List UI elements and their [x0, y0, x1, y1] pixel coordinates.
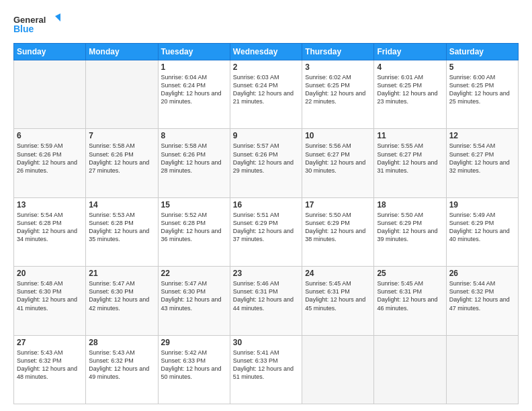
calendar-cell: 4Sunrise: 6:01 AM Sunset: 6:25 PM Daylig…	[374, 60, 446, 129]
calendar-cell: 19Sunrise: 5:49 AM Sunset: 6:29 PM Dayli…	[446, 197, 518, 266]
cell-info: Sunrise: 6:03 AM Sunset: 6:24 PM Dayligh…	[233, 73, 299, 106]
day-number: 1	[161, 62, 227, 72]
calendar-cell: 9Sunrise: 5:57 AM Sunset: 6:26 PM Daylig…	[230, 129, 302, 197]
calendar-cell: 16Sunrise: 5:51 AM Sunset: 6:29 PM Dayli…	[230, 197, 302, 266]
day-number: 2	[233, 62, 299, 72]
cell-info: Sunrise: 5:43 AM Sunset: 6:32 PM Dayligh…	[17, 349, 83, 381]
day-number: 10	[305, 131, 371, 140]
calendar-cell: 2Sunrise: 6:03 AM Sunset: 6:24 PM Daylig…	[230, 60, 302, 129]
header: General Blue	[13, 12, 519, 36]
day-number: 16	[233, 200, 299, 210]
day-number: 3	[305, 62, 371, 72]
day-number: 18	[377, 200, 443, 210]
calendar-cell: 27Sunrise: 5:43 AM Sunset: 6:32 PM Dayli…	[14, 335, 86, 404]
page: General Blue SundayMondayTuesdayWednesda…	[0, 0, 532, 411]
calendar-cell	[374, 335, 446, 404]
cell-info: Sunrise: 5:42 AM Sunset: 6:33 PM Dayligh…	[161, 349, 227, 381]
day-number: 5	[449, 62, 515, 72]
calendar-cell: 14Sunrise: 5:53 AM Sunset: 6:28 PM Dayli…	[86, 197, 158, 266]
cell-info: Sunrise: 5:52 AM Sunset: 6:28 PM Dayligh…	[161, 211, 227, 244]
cell-info: Sunrise: 5:56 AM Sunset: 6:27 PM Dayligh…	[305, 142, 371, 175]
calendar-cell	[14, 60, 86, 129]
cell-info: Sunrise: 5:47 AM Sunset: 6:30 PM Dayligh…	[89, 279, 154, 312]
weekday-header-cell: Tuesday	[158, 44, 230, 60]
day-number: 20	[17, 269, 83, 278]
cell-info: Sunrise: 5:45 AM Sunset: 6:31 PM Dayligh…	[377, 279, 443, 312]
calendar-cell	[302, 335, 374, 404]
calendar-cell: 10Sunrise: 5:56 AM Sunset: 6:27 PM Dayli…	[302, 129, 374, 197]
day-number: 4	[377, 62, 443, 72]
cell-info: Sunrise: 5:54 AM Sunset: 6:27 PM Dayligh…	[449, 142, 515, 175]
weekday-header-cell: Wednesday	[230, 44, 302, 60]
cell-info: Sunrise: 5:41 AM Sunset: 6:33 PM Dayligh…	[233, 349, 299, 381]
calendar-cell: 18Sunrise: 5:50 AM Sunset: 6:29 PM Dayli…	[374, 197, 446, 266]
cell-info: Sunrise: 5:55 AM Sunset: 6:27 PM Dayligh…	[377, 142, 443, 175]
day-number: 19	[449, 200, 515, 210]
day-number: 22	[161, 269, 227, 278]
calendar-week-row: 6Sunrise: 5:59 AM Sunset: 6:26 PM Daylig…	[14, 129, 519, 197]
calendar-cell: 13Sunrise: 5:54 AM Sunset: 6:28 PM Dayli…	[14, 197, 86, 266]
cell-info: Sunrise: 5:54 AM Sunset: 6:28 PM Dayligh…	[17, 211, 83, 244]
calendar-cell: 17Sunrise: 5:50 AM Sunset: 6:29 PM Dayli…	[302, 197, 374, 266]
logo: General Blue	[13, 12, 60, 36]
calendar-cell: 5Sunrise: 6:00 AM Sunset: 6:25 PM Daylig…	[446, 60, 518, 129]
calendar-week-row: 13Sunrise: 5:54 AM Sunset: 6:28 PM Dayli…	[14, 197, 519, 266]
cell-info: Sunrise: 5:57 AM Sunset: 6:26 PM Dayligh…	[233, 142, 299, 175]
calendar-cell	[446, 335, 518, 404]
svg-marker-2	[55, 13, 60, 21]
calendar-cell: 12Sunrise: 5:54 AM Sunset: 6:27 PM Dayli…	[446, 129, 518, 197]
calendar-table: SundayMondayTuesdayWednesdayThursdayFrid…	[13, 43, 519, 404]
day-number: 8	[161, 131, 227, 140]
calendar-cell: 24Sunrise: 5:45 AM Sunset: 6:31 PM Dayli…	[302, 267, 374, 335]
calendar-body: 1Sunrise: 6:04 AM Sunset: 6:24 PM Daylig…	[14, 60, 519, 404]
day-number: 27	[17, 338, 83, 347]
calendar-cell: 3Sunrise: 6:02 AM Sunset: 6:25 PM Daylig…	[302, 60, 374, 129]
calendar-cell: 26Sunrise: 5:44 AM Sunset: 6:32 PM Dayli…	[446, 267, 518, 335]
calendar-cell: 1Sunrise: 6:04 AM Sunset: 6:24 PM Daylig…	[158, 60, 230, 129]
weekday-header-cell: Sunday	[14, 44, 86, 60]
calendar-cell: 15Sunrise: 5:52 AM Sunset: 6:28 PM Dayli…	[158, 197, 230, 266]
cell-info: Sunrise: 5:50 AM Sunset: 6:29 PM Dayligh…	[377, 211, 443, 244]
cell-info: Sunrise: 5:46 AM Sunset: 6:31 PM Dayligh…	[233, 279, 299, 312]
day-number: 17	[305, 200, 371, 210]
day-number: 21	[89, 269, 154, 278]
weekday-header-cell: Saturday	[446, 44, 518, 60]
day-number: 30	[233, 338, 299, 347]
day-number: 11	[377, 131, 443, 140]
cell-info: Sunrise: 5:47 AM Sunset: 6:30 PM Dayligh…	[161, 279, 227, 312]
cell-info: Sunrise: 5:51 AM Sunset: 6:29 PM Dayligh…	[233, 211, 299, 244]
weekday-header-cell: Monday	[86, 44, 158, 60]
day-number: 29	[161, 338, 227, 347]
calendar-cell: 6Sunrise: 5:59 AM Sunset: 6:26 PM Daylig…	[14, 129, 86, 197]
cell-info: Sunrise: 6:01 AM Sunset: 6:25 PM Dayligh…	[377, 73, 443, 106]
day-number: 14	[89, 200, 154, 210]
day-number: 28	[89, 338, 154, 347]
cell-info: Sunrise: 6:00 AM Sunset: 6:25 PM Dayligh…	[449, 73, 515, 106]
cell-info: Sunrise: 5:48 AM Sunset: 6:30 PM Dayligh…	[17, 279, 83, 312]
weekday-header-cell: Thursday	[302, 44, 374, 60]
calendar-week-row: 1Sunrise: 6:04 AM Sunset: 6:24 PM Daylig…	[14, 60, 519, 129]
day-number: 23	[233, 269, 299, 278]
day-number: 13	[17, 200, 83, 210]
day-number: 12	[449, 131, 515, 140]
cell-info: Sunrise: 6:04 AM Sunset: 6:24 PM Dayligh…	[161, 73, 227, 106]
calendar-cell: 8Sunrise: 5:58 AM Sunset: 6:26 PM Daylig…	[158, 129, 230, 197]
calendar-cell: 29Sunrise: 5:42 AM Sunset: 6:33 PM Dayli…	[158, 335, 230, 404]
cell-info: Sunrise: 5:59 AM Sunset: 6:26 PM Dayligh…	[17, 142, 83, 175]
day-number: 24	[305, 269, 371, 278]
weekday-header-row: SundayMondayTuesdayWednesdayThursdayFrid…	[14, 44, 519, 60]
cell-info: Sunrise: 5:58 AM Sunset: 6:26 PM Dayligh…	[161, 142, 227, 175]
day-number: 6	[17, 131, 83, 140]
calendar-week-row: 20Sunrise: 5:48 AM Sunset: 6:30 PM Dayli…	[14, 267, 519, 335]
calendar-cell: 22Sunrise: 5:47 AM Sunset: 6:30 PM Dayli…	[158, 267, 230, 335]
calendar-cell: 30Sunrise: 5:41 AM Sunset: 6:33 PM Dayli…	[230, 335, 302, 404]
calendar-cell: 7Sunrise: 5:58 AM Sunset: 6:26 PM Daylig…	[86, 129, 158, 197]
cell-info: Sunrise: 5:53 AM Sunset: 6:28 PM Dayligh…	[89, 211, 154, 244]
cell-info: Sunrise: 5:43 AM Sunset: 6:32 PM Dayligh…	[89, 349, 154, 381]
day-number: 25	[377, 269, 443, 278]
day-number: 9	[233, 131, 299, 140]
calendar-cell	[86, 60, 158, 129]
day-number: 26	[449, 269, 515, 278]
cell-info: Sunrise: 5:45 AM Sunset: 6:31 PM Dayligh…	[305, 279, 371, 312]
calendar-cell: 25Sunrise: 5:45 AM Sunset: 6:31 PM Dayli…	[374, 267, 446, 335]
